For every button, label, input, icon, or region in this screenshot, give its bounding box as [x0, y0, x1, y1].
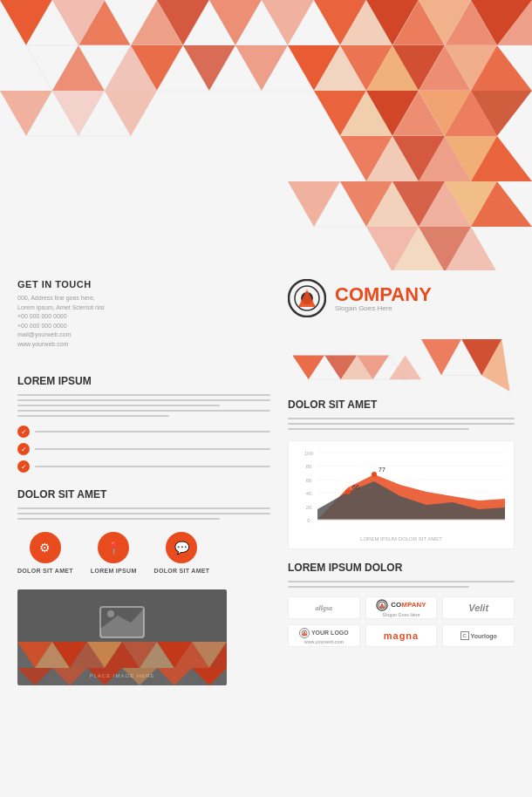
- lorem-ipsum-dolor-section: LOREM IPSUM DOLOR: [288, 562, 515, 588]
- left-column: GET IN TOUCH 000, Address line goes here…: [17, 270, 270, 685]
- contact-address1: 000, Address line goes here,: [17, 294, 270, 303]
- partner-logo-4: YOUR LOGO www.yourweb.com: [288, 624, 360, 647]
- hero-section: [0, 0, 532, 270]
- check-line-2: [35, 448, 270, 450]
- dolor-sit-section: DOLOR SIT AMET ⚙ DOLOR SIT AMET 📍 LOREM …: [17, 488, 270, 574]
- check-icon-1: [17, 426, 30, 438]
- line-3: [17, 405, 220, 406]
- line-4: [17, 410, 270, 412]
- location-icon: 📍: [98, 532, 129, 563]
- lorem-ipsum-dolor-title: LOREM IPSUM DOLOR: [288, 562, 515, 574]
- check-line-3: [35, 466, 270, 467]
- check-icon-3: [17, 460, 30, 473]
- bottom-left-image: PLACE IMAGE HERE: [17, 589, 227, 685]
- icon-item-3: 💬 DOLOR SIT AMET: [154, 532, 210, 574]
- lorem-ipsum-section: LOREM IPSUM: [17, 375, 270, 473]
- dolor-right-section: DOLOR SIT AMET: [288, 398, 515, 430]
- company-slogan: Slogan Goes Here: [335, 304, 432, 312]
- svg-text:66: 66: [352, 484, 359, 490]
- contact-section: GET IN TOUCH 000, Address line goes here…: [17, 279, 270, 349]
- right-column: COMPANY Slogan Goes Here: [288, 270, 515, 685]
- ds-line-2: [17, 513, 270, 514]
- partner-logo-2: COMPANY Slogan Goes Here: [365, 596, 438, 619]
- icon-label-1: DOLOR SIT AMET: [17, 568, 73, 574]
- dr-line-2: [288, 423, 515, 425]
- dr-line-3: [288, 428, 469, 430]
- line-1: [17, 394, 270, 396]
- check-item-3: [17, 460, 270, 473]
- svg-text:100: 100: [304, 451, 314, 456]
- svg-marker-128: [379, 603, 385, 608]
- image-placeholder-text: PLACE IMAGE HERE: [89, 673, 154, 678]
- company-logo: COMPANY Slogan Goes Here: [288, 279, 515, 317]
- dolor-sit-title: DOLOR SIT AMET: [17, 488, 270, 501]
- lorem-ipsum-lines: [17, 394, 270, 417]
- mini-triangle-section: [288, 339, 515, 392]
- chart-svg: 100 80 60 40 20 0 77: [296, 448, 505, 531]
- partner-logo-6: C Yourlogo: [442, 624, 515, 647]
- check-icon-2: [17, 443, 30, 455]
- contact-email: mail@yourweb.com: [17, 330, 270, 340]
- contact-address2: Lorem Ipsum, Amet Sclerisit nisi: [17, 303, 270, 313]
- company-name-co: CO: [335, 283, 364, 305]
- line-5: [17, 415, 169, 417]
- check-item-2: [17, 443, 270, 455]
- lorem-ipsum-title: LOREM IPSUM: [17, 375, 270, 387]
- dolor-right-lines: [288, 418, 515, 430]
- icon-label-2: LOREM IPSUM: [91, 568, 137, 574]
- check-item-1: [17, 426, 270, 438]
- chat-icon: 💬: [166, 532, 197, 563]
- checklist: [17, 426, 270, 473]
- svg-text:20: 20: [306, 505, 312, 510]
- partner-logos: allgsa COMPANY Slogan Goes Here Velit YO…: [288, 596, 515, 647]
- icon-item-2: 📍 LOREM IPSUM: [91, 532, 137, 574]
- dolor-sit-lines: [17, 507, 270, 520]
- lid-line-2: [288, 586, 469, 588]
- main-content: GET IN TOUCH 000, Address line goes here…: [0, 270, 532, 685]
- svg-text:80: 80: [306, 464, 312, 469]
- svg-point-123: [345, 489, 351, 494]
- svg-text:40: 40: [306, 491, 312, 496]
- dolor-right-title: DOLOR SIT AMET: [288, 398, 515, 411]
- gear-icon: ⚙: [30, 532, 61, 563]
- partner-logo-1: allgsa: [288, 596, 360, 619]
- svg-text:0: 0: [307, 518, 310, 523]
- chart-caption: LOREM IPSUM DOLOR SIT AMET: [296, 536, 507, 542]
- icon-row: ⚙ DOLOR SIT AMET 📍 LOREM IPSUM 💬 DOLOR S…: [17, 532, 270, 574]
- svg-point-121: [372, 472, 377, 477]
- lid-line-1: [288, 581, 515, 582]
- company-name-mpany: MPANY: [364, 283, 432, 305]
- line-2: [17, 399, 270, 401]
- partner-logo-5: magna: [365, 624, 438, 647]
- partner-logo-3: Velit: [442, 596, 515, 619]
- dr-line-1: [288, 418, 515, 419]
- lorem-ipsum-dolor-lines: [288, 581, 515, 588]
- svg-text:60: 60: [306, 478, 312, 483]
- ds-line-1: [17, 507, 270, 509]
- icon-label-3: DOLOR SIT AMET: [154, 568, 210, 574]
- company-logo-icon: [288, 279, 326, 317]
- contact-website: www.yourweb.com: [17, 340, 270, 350]
- logo-text-group: COMPANY Slogan Goes Here: [335, 285, 432, 312]
- chart-section: 100 80 60 40 20 0 77: [288, 440, 515, 549]
- contact-phone2: +00 000 000 0000: [17, 322, 270, 331]
- svg-point-93: [107, 610, 114, 617]
- contact-heading: GET IN TOUCH: [17, 279, 270, 290]
- icon-item-1: ⚙ DOLOR SIT AMET: [17, 532, 73, 574]
- svg-text:77: 77: [379, 467, 385, 473]
- contact-phone1: +00 000 000 0000: [17, 312, 270, 322]
- company-name: COMPANY: [335, 285, 432, 304]
- check-line-1: [35, 431, 270, 433]
- ds-line-3: [17, 518, 220, 520]
